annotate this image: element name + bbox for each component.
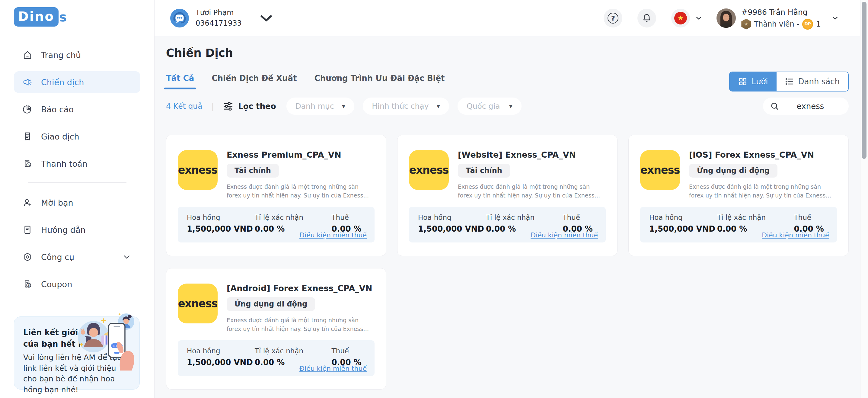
campaign-title: Exness Premium_CPA_VN [227,150,375,159]
support-name: Tươi Phạm [195,7,242,18]
tax-exemption-link[interactable]: Điều kiện miễn thuế [531,231,598,239]
tax-stat: Thuế 0.00 % [332,347,366,367]
sidebar-item-coupon[interactable]: $ Coupon [14,273,140,295]
campaign-description: Exness được đánh giá là một trong những … [227,182,375,200]
list-view-label: Danh sách [798,77,840,86]
tab-all[interactable]: Tất Cả [166,74,194,89]
guide-doc-icon [22,225,33,235]
svg-text:$: $ [28,283,30,287]
category-tag: Ứng dụng di động [689,164,777,178]
top-header: Tươi Phạm 0364171933 ? [155,0,868,36]
tax-stat: Thuế 0.00 % [332,214,366,234]
user-menu[interactable]: #9986 Trần Hằng ★ Thành viên - DP 1 [716,7,839,30]
tabs-row: Tất Cả Chiến Dịch Đề Xuất Chương Trình Ư… [166,71,849,92]
sidebar-item-guide[interactable]: Hướng dẫn [14,219,140,241]
tax-exemption-link[interactable]: Điều kiện miễn thuế [762,231,829,239]
user-level: 1 [816,19,821,30]
category-dropdown[interactable]: Danh mục ▼ [286,97,354,115]
list-view-button[interactable]: Danh sách [777,72,848,91]
sidebar-item-home[interactable]: Trang chủ [14,44,140,66]
campaign-card[interactable]: exness [Android] Forex Exness_CPA_VN Ứng… [166,268,386,390]
scrollbar-thumb[interactable] [862,2,867,159]
sidebar-item-label: Mời bạn [41,198,73,208]
tax-exemption-link[interactable]: Điều kiện miễn thuế [300,231,367,239]
logo-suffix-text: s [59,11,67,27]
commission-stat: Hoa hồng 1,500,000 VND [187,214,255,234]
tab-suggested-campaigns[interactable]: Chiến Dịch Đề Xuất [212,74,297,89]
campaign-title: [Website] Exness_CPA_VN [458,150,606,159]
caret-down-icon: ▼ [437,103,440,109]
svg-text:$: $ [28,163,30,167]
filter-by-label: Lọc theo [223,101,276,112]
dinos-logo[interactable]: Dino s [14,7,154,27]
campaign-card[interactable]: exness Exness Premium_CPA_VN Tài chính E… [166,135,386,256]
filter-row: 4 Kết quả | Lọc theo Danh mục ▼ Hình thứ… [166,97,849,115]
avatar [716,8,736,28]
user-name: #9986 Trần Hằng [741,7,821,18]
campaign-description: Exness được đánh giá là một trong những … [458,182,606,200]
sidebar-item-invite[interactable]: Mời bạn [14,192,140,214]
stats-panel: Hoa hồng 1,500,000 VND Tỉ lệ xác nhận 0.… [640,207,837,243]
campaign-card[interactable]: exness [Website] Exness_CPA_VN Tài chính… [397,135,618,256]
sliders-icon [223,101,233,112]
list-icon [785,77,794,86]
category-placeholder: Danh mục [296,102,334,111]
campaign-grid: exness Exness Premium_CPA_VN Tài chính E… [166,135,849,390]
category-tag: Tài chính [227,164,279,178]
commission-stat: Hoa hồng 1,500,000 VND [649,214,717,234]
pie-chart-icon [22,104,33,115]
sidebar-item-label: Giao dịch [41,132,80,141]
category-tag: Tài chính [458,164,510,178]
support-phone: 0364171933 [195,18,242,29]
tax-exemption-link[interactable]: Điều kiện miễn thuế [300,365,367,372]
campaign-description: Exness được đánh giá là một trong những … [227,316,375,333]
sidebar-divider [28,182,126,183]
grid-icon [738,77,747,86]
confirm-rate-stat: Tỉ lệ xác nhận 0.00 % [486,214,563,234]
sidebar-item-payments[interactable]: $ Thanh toán [14,153,140,175]
chevron-down-icon [831,14,839,22]
results-count: 4 Kết quả [166,102,202,111]
coupon-icon: $ [22,279,33,289]
support-contact[interactable]: Tươi Phạm 0364171933 [170,7,276,29]
headset-chat-icon [170,9,189,28]
campaign-card[interactable]: exness [iOS] Forex Exness_CPA_VN Ứng dụn… [628,135,849,256]
notifications-button[interactable] [638,9,656,28]
sidebar-item-tools[interactable]: Công cụ [14,246,140,268]
campaign-title: [Android] Forex Exness_CPA_VN [227,283,375,293]
promo-body: Vui lòng liên hệ AM để tạo link liên kết… [23,352,123,395]
stats-panel: Hoa hồng 1,500,000 VND Tỉ lệ xác nhận 0.… [178,207,375,243]
sidebar-item-label: Hướng dẫn [41,225,86,235]
stats-panel: Hoa hồng 1,500,000 VND Tỉ lệ xác nhận 0.… [409,207,606,243]
chevron-down-icon [695,14,703,22]
sidebar-item-label: Chiến dịch [41,78,84,87]
sidebar-item-transactions[interactable]: Giao dịch [14,126,140,147]
sidebar-item-reports[interactable]: Báo cáo [14,98,140,120]
sidebar-item-label: Coupon [41,280,72,289]
country-dropdown[interactable]: Quốc gia ▼ [458,97,522,115]
grid-view-button[interactable]: Lưới [730,72,776,91]
page-title: Chiến Dịch [166,47,849,60]
view-toggle: Lưới Danh sách [729,71,849,92]
commission-stat: Hoa hồng 1,500,000 VND [418,214,486,234]
grid-view-label: Lưới [751,77,768,86]
receipt-icon [22,131,33,142]
tab-special-offers[interactable]: Chương Trình Ưu Đãi Đặc Biệt [314,74,445,89]
confirm-rate-stat: Tỉ lệ xác nhận 0.00 % [255,214,332,234]
sidebar-item-campaigns[interactable]: Chiến dịch [14,71,140,93]
flag-button [671,9,690,28]
country-placeholder: Quốc gia [467,102,500,111]
person-add-icon [22,197,33,208]
help-button[interactable]: ? [603,9,622,28]
run-type-dropdown[interactable]: Hình thức chạy ▼ [363,97,449,115]
main-content: Chiến Dịch Tất Cả Chiến Dịch Đề Xuất Chư… [155,36,868,398]
language-selector[interactable] [656,9,703,28]
sidebar-item-label: Thanh toán [41,159,88,169]
search-input[interactable] [779,102,841,111]
commission-stat: Hoa hồng 1,500,000 VND [187,347,255,367]
search-icon [770,102,779,111]
chevron-down-icon [122,252,132,262]
sidebar-nav: Trang chủ Chiến dịch Báo cáo Giao dịch $… [0,44,154,295]
promo-title: Liên kết giới thiệu của bạn hết hạn [23,327,117,350]
exness-logo: exness [178,150,218,190]
